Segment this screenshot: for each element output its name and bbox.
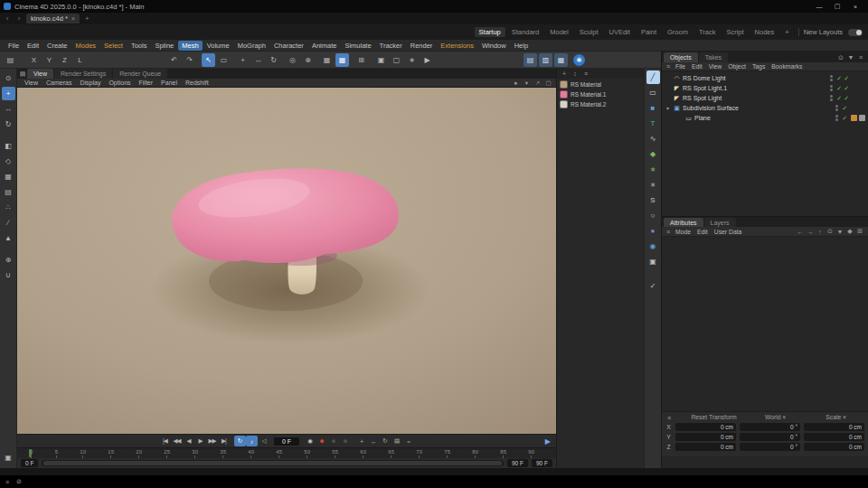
- visibility-dots[interactable]: [835, 115, 838, 121]
- om-menu-item[interactable]: Edit: [689, 63, 705, 70]
- add-layout-button[interactable]: +: [780, 27, 793, 37]
- sound-toggle[interactable]: ♪: [246, 436, 258, 446]
- menu-item[interactable]: Character: [270, 41, 307, 51]
- rotate-tool[interactable]: ↻: [267, 53, 280, 67]
- menu-item[interactable]: Create: [43, 41, 71, 51]
- object-row[interactable]: ◤ RS Spot Light ✓ ✓: [662, 93, 868, 103]
- snap-toggle[interactable]: ▦: [320, 53, 334, 67]
- volume-button[interactable]: ◁: [258, 436, 269, 446]
- maximize-view-icon[interactable]: ▢: [544, 80, 552, 87]
- material-item[interactable]: RS Material: [557, 80, 644, 89]
- next-frame-button[interactable]: ▶▶: [206, 436, 218, 446]
- grid-toggle-icon[interactable]: ▾: [523, 80, 531, 87]
- layout-track[interactable]: Track: [694, 27, 720, 37]
- material-menu-icon[interactable]: ≡: [582, 70, 590, 77]
- popout-view-icon[interactable]: ↗: [533, 80, 542, 87]
- rotation-field[interactable]: 0 °: [740, 423, 800, 431]
- layout-groom[interactable]: Groom: [663, 27, 693, 37]
- previous-key-button[interactable]: ◀◀: [171, 436, 183, 446]
- spline-pen-icon[interactable]: ∿: [646, 132, 660, 145]
- menu-item[interactable]: Tracker: [376, 41, 406, 51]
- om-menu-item[interactable]: File: [673, 63, 688, 70]
- polygons-mode-button[interactable]: ▲: [2, 231, 15, 245]
- enable-axis-button[interactable]: ⊕: [2, 253, 15, 267]
- texture-tag-icon[interactable]: [851, 85, 857, 91]
- menu-item[interactable]: MoGraph: [234, 41, 269, 51]
- texture-tag-icon[interactable]: [851, 105, 857, 111]
- add-material-icon[interactable]: +: [561, 70, 568, 77]
- visibility-dots[interactable]: [830, 75, 833, 81]
- visibility-dots[interactable]: [835, 105, 838, 111]
- layout-uvedit[interactable]: UVEdit: [605, 27, 635, 37]
- object-row[interactable]: ▾ ▣ Subdivision Surface ✓: [662, 103, 868, 113]
- menu-item[interactable]: Tools: [127, 41, 151, 51]
- menu-item[interactable]: Mesh: [178, 41, 202, 51]
- material-item[interactable]: RS Material.1: [557, 89, 644, 99]
- ram-player-button[interactable]: ▶: [545, 437, 551, 446]
- om-burger-icon[interactable]: ≡: [665, 63, 672, 70]
- search-icon[interactable]: ⊙: [826, 228, 834, 235]
- mograph-cloner-icon[interactable]: ◆: [646, 147, 660, 161]
- om-menu-item[interactable]: View: [706, 63, 725, 70]
- rotation-field[interactable]: 0 °: [740, 443, 800, 451]
- tab-layers[interactable]: Layers: [704, 218, 736, 227]
- layout-nodes[interactable]: Nodes: [750, 27, 779, 37]
- render-check-icon[interactable]: ✓: [844, 85, 849, 92]
- size-field[interactable]: 0 cm: [804, 433, 864, 441]
- nav-back-icon[interactable]: ‹: [3, 14, 12, 23]
- viewport-menu-item[interactable]: Panel: [157, 80, 181, 86]
- viewport-menu-item[interactable]: Options: [105, 80, 134, 86]
- coords-menu-icon[interactable]: ≡: [665, 415, 673, 421]
- phong-tag-icon[interactable]: [859, 85, 865, 91]
- apply-check-icon[interactable]: ✓: [646, 279, 660, 293]
- camera-icon[interactable]: ●: [512, 80, 520, 86]
- field-sphere-icon[interactable]: ◉: [646, 239, 660, 253]
- view-layout-split-button[interactable]: ▥: [539, 53, 552, 67]
- timeline-ruler[interactable]: 051015202530354045505560657075808590: [17, 447, 556, 458]
- menu-item[interactable]: Render: [407, 41, 437, 51]
- menu-item[interactable]: Volume: [203, 41, 233, 51]
- last-tool-button[interactable]: ◎: [286, 53, 299, 67]
- rotation-field[interactable]: 0 °: [740, 433, 800, 441]
- move-tool[interactable]: +: [236, 53, 250, 67]
- history-back-icon[interactable]: ←: [797, 229, 804, 235]
- viewport-menu-item[interactable]: Redshift: [182, 80, 212, 86]
- search-icon[interactable]: ⊙: [837, 54, 844, 61]
- tab-render-queue[interactable]: Render Queue: [113, 69, 167, 79]
- menu-item[interactable]: Window: [478, 41, 510, 51]
- filter-icon[interactable]: ▼: [847, 54, 854, 61]
- document-tab[interactable]: kinoko.c4d * ×: [26, 14, 80, 23]
- am-menu-item[interactable]: Mode: [673, 229, 693, 235]
- app-menu-icon[interactable]: ▤: [4, 53, 17, 67]
- size-field[interactable]: 0 cm: [804, 423, 864, 431]
- enabled-check-icon[interactable]: ✓: [836, 75, 842, 82]
- menu-item[interactable]: Edit: [24, 41, 42, 51]
- menu-item[interactable]: File: [5, 41, 23, 51]
- layout-sculpt[interactable]: Sculpt: [575, 27, 603, 37]
- workplane-mode-button[interactable]: ▤: [2, 185, 15, 199]
- menu-item[interactable]: Animate: [308, 41, 341, 51]
- key-parameter-toggle[interactable]: ▤: [391, 436, 402, 446]
- tab-attributes[interactable]: Attributes: [664, 218, 703, 227]
- layout-script[interactable]: Script: [722, 27, 748, 37]
- view-layout-single-button[interactable]: ▤: [524, 53, 537, 67]
- tab-objects[interactable]: Objects: [664, 52, 698, 62]
- object-row[interactable]: ◤ RS Spot Light.1 ✓ ✓: [662, 83, 868, 93]
- tab-render-settings[interactable]: Render Settings: [54, 69, 112, 79]
- range-track[interactable]: [42, 460, 504, 466]
- enabled-check-icon[interactable]: ✓: [836, 95, 842, 102]
- render-settings-button[interactable]: ∗: [405, 53, 419, 67]
- camera-icon[interactable]: ▣: [646, 255, 660, 268]
- edges-mode-button[interactable]: ∕: [2, 216, 15, 230]
- lock-icon[interactable]: ◆: [846, 228, 854, 235]
- add-tab-button[interactable]: +: [82, 14, 91, 23]
- axis-z-lock-button[interactable]: Z: [58, 53, 71, 67]
- position-field[interactable]: 0 cm: [675, 443, 736, 451]
- plane-primitive-icon[interactable]: ▭: [646, 86, 660, 99]
- minimize-button[interactable]: —: [810, 0, 828, 13]
- tab-takes[interactable]: Takes: [699, 52, 728, 62]
- phong-tag-icon[interactable]: [859, 75, 865, 81]
- phong-tag-icon[interactable]: [859, 115, 865, 121]
- redo-button[interactable]: ↷: [183, 53, 196, 67]
- texture-tag-icon[interactable]: [851, 95, 857, 101]
